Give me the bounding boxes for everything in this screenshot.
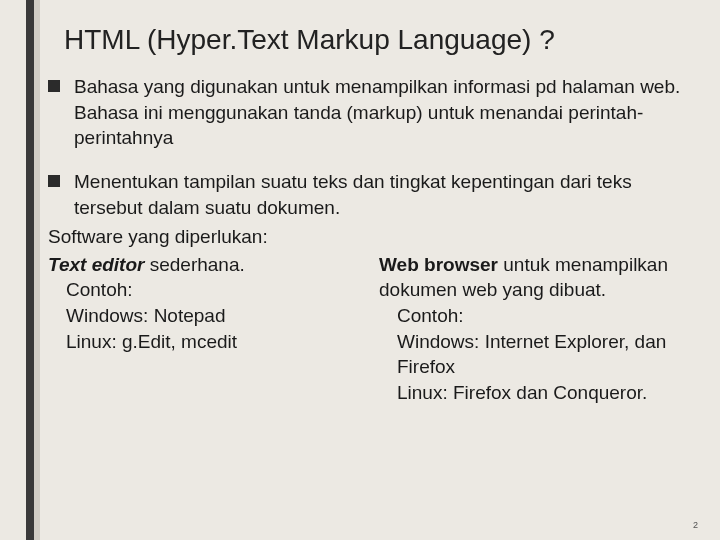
bullet-text: Menentukan tampilan suatu teks dan tingk… bbox=[74, 169, 700, 220]
left-stripe-dark bbox=[26, 0, 34, 540]
bullet-item: Bahasa yang digunakan untuk menampilkan … bbox=[48, 74, 700, 151]
slide-title: HTML (Hyper.Text Markup Language) ? bbox=[64, 24, 700, 56]
slide-content: HTML (Hyper.Text Markup Language) ? Baha… bbox=[48, 0, 700, 540]
text-editor-contoh: Contoh: bbox=[48, 277, 369, 303]
web-browser-column: Web browser untuk menampilkan dokumen we… bbox=[379, 252, 700, 406]
square-bullet-icon bbox=[48, 80, 60, 92]
web-browser-contoh: Contoh: bbox=[379, 303, 700, 329]
web-browser-lead: Web browser untuk menampilkan dokumen we… bbox=[379, 252, 700, 303]
page-number: 2 bbox=[693, 520, 698, 530]
text-editor-lead: Text editor sederhana. bbox=[48, 252, 369, 278]
web-browser-linux: Linux: Firefox dan Conqueror. bbox=[379, 380, 700, 406]
square-bullet-icon bbox=[48, 175, 60, 187]
text-editor-label: Text editor bbox=[48, 254, 144, 275]
text-editor-desc: sederhana. bbox=[144, 254, 244, 275]
web-browser-windows: Windows: Internet Explorer, dan Firefox bbox=[379, 329, 700, 380]
text-editor-linux: Linux: g.Edit, mcedit bbox=[48, 329, 369, 355]
text-editor-column: Text editor sederhana. Contoh: Windows: … bbox=[48, 252, 369, 406]
web-browser-label: Web browser bbox=[379, 254, 498, 275]
software-columns: Text editor sederhana. Contoh: Windows: … bbox=[48, 252, 700, 406]
bullet-item: Menentukan tampilan suatu teks dan tingk… bbox=[48, 169, 700, 220]
software-heading: Software yang diperlukan: bbox=[48, 224, 700, 250]
left-stripe-light bbox=[34, 0, 40, 540]
text-editor-windows: Windows: Notepad bbox=[48, 303, 369, 329]
bullet-text: Bahasa yang digunakan untuk menampilkan … bbox=[74, 74, 700, 151]
